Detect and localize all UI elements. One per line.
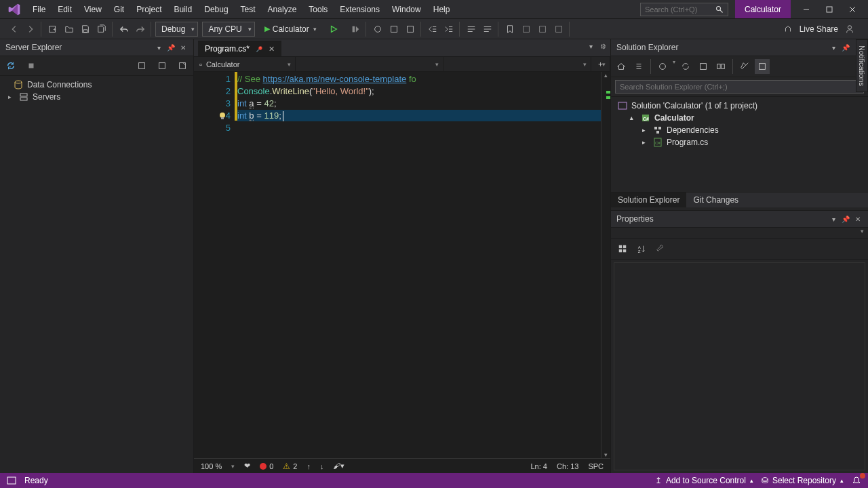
panel-pin-icon[interactable]: 📌 (166, 43, 176, 52)
tb-icon-3[interactable] (519, 22, 534, 37)
uncomment-button[interactable] (480, 22, 495, 37)
tab-git-changes[interactable]: Git Changes (686, 192, 745, 207)
output-window-icon[interactable] (7, 476, 16, 485)
nav-class-combo[interactable] (296, 57, 443, 71)
sx-home-icon[interactable] (614, 59, 629, 74)
tab-close-icon[interactable]: ✕ (269, 45, 275, 54)
menu-git[interactable]: Git (108, 2, 130, 17)
comment-button[interactable] (464, 22, 479, 37)
scroll-up-icon[interactable]: ▴ (602, 72, 609, 79)
redo-button[interactable] (133, 22, 148, 37)
sx-refresh-icon[interactable] (678, 59, 693, 74)
undo-button[interactable] (117, 22, 132, 37)
menu-file[interactable]: File (27, 2, 51, 17)
panel-dropdown-icon[interactable]: ▾ (154, 43, 163, 52)
menu-project[interactable]: Project (131, 2, 167, 17)
project-node[interactable]: ▴ C# Calculator (612, 112, 867, 124)
nav-fwd-button[interactable] (23, 22, 38, 37)
quick-search-input[interactable] (645, 5, 713, 14)
indent-button[interactable] (441, 22, 456, 37)
next-issue-button[interactable]: ↓ (320, 462, 324, 470)
menu-view[interactable]: View (79, 2, 107, 17)
panel-dropdown-icon[interactable]: ▾ (829, 43, 838, 52)
sx-preview-icon[interactable] (755, 59, 770, 74)
start-debug-button[interactable]: ▶ Calculator ▾ (259, 22, 322, 37)
program-cs-node[interactable]: ▸ C# Program.cs (612, 136, 867, 148)
menu-test[interactable]: Test (235, 2, 261, 17)
open-file-button[interactable] (62, 22, 77, 37)
menu-analyze[interactable]: Analyze (262, 2, 302, 17)
menu-window[interactable]: Window (387, 2, 427, 17)
maximize-button[interactable] (818, 0, 841, 19)
nav-back-button[interactable] (7, 22, 22, 37)
add-source-control[interactable]: ↥ Add to Source Control ▴ (655, 476, 753, 485)
step-button[interactable] (348, 22, 363, 37)
indent-mode[interactable]: SPC (588, 462, 604, 470)
panel-dropdown-icon[interactable]: ▾ (829, 214, 838, 224)
chevron-right-icon[interactable]: ▸ (642, 127, 649, 134)
new-project-button[interactable]: + (45, 22, 60, 37)
outdent-button[interactable] (425, 22, 440, 37)
tb-icon-1[interactable] (387, 22, 401, 37)
alphabetical-icon[interactable]: AZ (634, 241, 649, 256)
tab-solution-explorer[interactable]: Solution Explorer (611, 192, 686, 207)
prev-issue-button[interactable]: ↑ (307, 462, 311, 470)
sx-showall-icon[interactable] (713, 59, 728, 74)
refresh-icon[interactable] (4, 59, 18, 73)
zoom-level[interactable]: 100 % (201, 462, 222, 470)
nav-split-button[interactable]: ＋ (591, 57, 610, 71)
panel-close-icon[interactable]: ✕ (178, 43, 188, 52)
close-button[interactable] (841, 0, 864, 19)
tree-servers[interactable]: ▸ Servers (3, 91, 191, 103)
menu-tools[interactable]: Tools (303, 2, 333, 17)
stop-icon[interactable] (24, 59, 38, 73)
nav-project-combo[interactable]: ▫ Calculator (194, 57, 296, 71)
dependencies-node[interactable]: ▸ Dependencies (612, 124, 867, 136)
nav-member-combo[interactable] (443, 57, 591, 71)
tab-dropdown-icon[interactable]: ▾ (586, 41, 595, 51)
start-nodebug-button[interactable] (326, 22, 341, 37)
sx-switch-icon[interactable] (631, 59, 646, 74)
scroll-down-icon[interactable]: ▾ (602, 451, 609, 458)
menu-build[interactable]: Build (169, 2, 198, 17)
tree-data-connections[interactable]: Data Connections (3, 79, 191, 91)
tab-gear-icon[interactable]: ⚙ (598, 41, 608, 51)
notifications-tab[interactable]: Notifications (856, 39, 868, 92)
solution-node[interactable]: Solution 'Calculator' (1 of 1 project) (612, 100, 867, 112)
wrench-icon[interactable] (653, 241, 668, 256)
notifications-bell[interactable] (852, 476, 861, 485)
bookmark-button[interactable] (502, 22, 517, 37)
account-icon[interactable] (842, 22, 857, 37)
select-repository[interactable]: ⛁ Select Repository ▴ (762, 476, 844, 485)
save-button[interactable] (78, 22, 93, 37)
lightbulb-icon[interactable] (218, 112, 226, 120)
warning-count[interactable]: ⚠2 (283, 462, 297, 471)
liveshare-label[interactable]: Live Share (800, 24, 838, 34)
sx-sync-icon[interactable] (655, 59, 670, 74)
cleanup-icon[interactable]: 🖌▾ (333, 462, 344, 470)
sx-collapse-icon[interactable] (696, 59, 711, 74)
health-icon[interactable]: ❤ (244, 462, 250, 470)
editor-minimap[interactable]: ▴ ▾ (601, 72, 610, 458)
code-editor[interactable]: 1 2 3 4 5 // See https://aka.ms/new-cons… (194, 72, 610, 458)
chevron-right-icon[interactable]: ▸ (642, 139, 649, 146)
tb-icon-2[interactable] (403, 22, 418, 37)
minimize-button[interactable] (795, 0, 818, 19)
pin-icon[interactable]: 📍 (254, 43, 264, 54)
panel-pin-icon[interactable]: 📌 (841, 214, 850, 224)
panel-close-icon[interactable]: ✕ (853, 214, 863, 224)
sx-properties-icon[interactable] (737, 59, 752, 74)
error-count[interactable]: 0 (260, 462, 273, 470)
menu-edit[interactable]: Edit (52, 2, 77, 17)
menu-help[interactable]: Help (428, 2, 456, 17)
menu-debug[interactable]: Debug (199, 2, 233, 17)
solution-search-input[interactable] (615, 80, 864, 94)
config-combo[interactable]: Debug (155, 22, 198, 37)
editor-tab-program[interactable]: Program.cs* 📍 ✕ (198, 41, 281, 56)
se-icon-2[interactable] (155, 59, 169, 73)
chevron-down-icon[interactable]: ▴ (630, 115, 637, 121)
chevron-right-icon[interactable]: ▸ (8, 94, 15, 100)
categorized-icon[interactable] (615, 241, 630, 256)
liveshare-icon[interactable] (781, 22, 795, 37)
save-all-button[interactable] (94, 22, 109, 37)
